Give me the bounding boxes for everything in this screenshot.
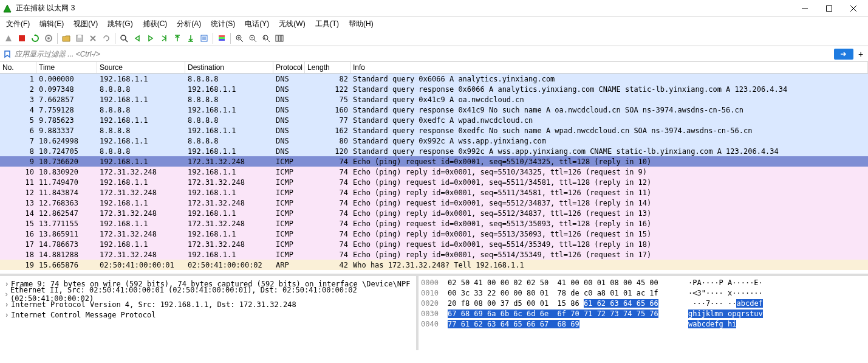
byte-line[interactable]: 004077 61 62 63 64 65 66 67 68 69wabcdef… xyxy=(421,320,866,330)
open-file-icon[interactable] xyxy=(60,32,72,44)
packet-row[interactable]: 1613.865911172.31.32.248192.168.1.1ICMP7… xyxy=(0,229,868,239)
svg-line-24 xyxy=(241,40,243,42)
column-destination[interactable]: Destination xyxy=(185,62,273,73)
find-icon[interactable] xyxy=(118,32,130,44)
go-first-icon[interactable] xyxy=(171,32,183,44)
packet-row[interactable]: 1915.66587602:50:41:00:00:0102:50:41:00:… xyxy=(0,260,868,270)
svg-rect-22 xyxy=(219,39,225,41)
column-protocol[interactable]: Protocol xyxy=(273,62,305,73)
svg-rect-33 xyxy=(276,35,278,41)
filter-add-button[interactable]: + xyxy=(856,49,866,60)
filter-apply-button[interactable] xyxy=(834,49,853,60)
packet-row[interactable]: 1312.768363192.168.1.1172.31.32.248ICMP7… xyxy=(0,198,868,208)
minimize-button[interactable] xyxy=(793,0,817,17)
zoom-reset-icon[interactable]: 1 xyxy=(260,32,272,44)
byte-line[interactable]: 001000 3c 33 22 00 00 80 01 78 de c0 a8 … xyxy=(421,289,866,299)
menu-item-9[interactable]: 工具(T) xyxy=(310,18,344,30)
menu-item-5[interactable]: 分析(A) xyxy=(172,18,206,30)
packet-row[interactable]: 1513.771155192.168.1.1172.31.32.248ICMP7… xyxy=(0,218,868,229)
packet-row[interactable]: 1211.843874172.31.32.248192.168.1.1ICMP7… xyxy=(0,187,868,198)
byte-line[interactable]: 002020 f8 08 00 37 d5 00 01 15 86 61 62 … xyxy=(421,299,866,309)
menu-item-2[interactable]: 视图(V) xyxy=(69,18,103,30)
titlebar: 正在捕获 以太网 3 xyxy=(0,0,868,17)
packet-row[interactable]: 1814.881288172.31.32.248192.168.1.1ICMP7… xyxy=(0,249,868,260)
colorize-icon[interactable] xyxy=(216,32,228,44)
menu-item-10[interactable]: 帮助(H) xyxy=(344,18,378,30)
toolbar: 1 xyxy=(0,30,868,46)
capture-options-icon[interactable] xyxy=(43,32,55,44)
zoom-in-icon[interactable] xyxy=(233,32,245,44)
close-file-icon[interactable] xyxy=(87,32,99,44)
restart-capture-icon[interactable] xyxy=(29,32,41,44)
start-capture-icon[interactable] xyxy=(2,32,15,44)
stop-capture-icon[interactable] xyxy=(16,32,28,44)
packet-row[interactable]: 710.624998192.168.1.18.8.8.8DNS80Standar… xyxy=(0,136,868,146)
maximize-button[interactable] xyxy=(817,0,841,17)
svg-text:1: 1 xyxy=(264,36,266,40)
menu-item-7[interactable]: 电话(Y) xyxy=(240,18,274,30)
column-info[interactable]: Info xyxy=(350,62,868,73)
byte-line[interactable]: 000002 50 41 00 00 02 02 50 41 00 00 01 … xyxy=(421,278,866,289)
svg-line-12 xyxy=(125,40,128,42)
chevron-right-icon: › xyxy=(2,311,11,319)
bookmark-icon[interactable] xyxy=(2,49,12,59)
menu-item-6[interactable]: 统计(S) xyxy=(206,18,240,30)
column-time[interactable]: Time xyxy=(36,62,97,73)
menubar: 文件(F)编辑(E)视图(V)跳转(G)捕获(C)分析(A)统计(S)电话(Y)… xyxy=(0,17,868,30)
resize-columns-icon[interactable] xyxy=(273,32,285,44)
packet-row[interactable]: 810.7247058.8.8.8192.168.1.1DNS120Standa… xyxy=(0,146,868,156)
app-icon xyxy=(2,4,12,13)
packet-row[interactable]: 20.0973488.8.8.8192.168.1.1DNS122Standar… xyxy=(0,84,868,94)
packet-bytes-pane[interactable]: 000002 50 41 00 00 02 02 50 41 00 00 01 … xyxy=(419,276,868,350)
close-button[interactable] xyxy=(841,0,866,17)
svg-rect-1 xyxy=(827,5,832,11)
menu-item-1[interactable]: 编辑(E) xyxy=(35,18,69,30)
packet-row[interactable]: 1714.786673192.168.1.1172.31.32.248ICMP7… xyxy=(0,239,868,249)
packet-row[interactable]: 1412.862547172.31.32.248192.168.1.1ICMP7… xyxy=(0,208,868,218)
auto-scroll-icon[interactable] xyxy=(198,32,210,44)
packet-row[interactable]: 910.736620192.168.1.1172.31.32.248ICMP74… xyxy=(0,156,868,167)
svg-rect-21 xyxy=(219,37,225,39)
go-forward-icon[interactable] xyxy=(145,32,157,44)
byte-line[interactable]: 003067 68 69 6a 6b 6c 6d 6e 6f 70 71 72 … xyxy=(421,309,866,320)
packet-row[interactable]: 10.000000192.168.1.18.8.8.8DNS82Standard… xyxy=(0,74,868,84)
packet-row[interactable]: 1111.749470192.168.1.1172.31.32.248ICMP7… xyxy=(0,177,868,187)
packet-list[interactable]: No. Time Source Destination Protocol Len… xyxy=(0,62,868,274)
menu-item-4[interactable]: 捕获(C) xyxy=(138,18,173,30)
menu-item-3[interactable]: 跳转(G) xyxy=(103,18,137,30)
chevron-right-icon: › xyxy=(2,300,11,309)
chevron-right-icon: › xyxy=(2,290,10,299)
packet-row[interactable]: 1010.830920172.31.32.248192.168.1.1ICMP7… xyxy=(0,167,868,177)
packet-row[interactable]: 69.8833378.8.8.8192.168.1.1DNS162Standar… xyxy=(0,125,868,136)
svg-rect-35 xyxy=(281,35,283,41)
chevron-right-icon: › xyxy=(2,280,11,288)
menu-item-0[interactable]: 文件(F) xyxy=(1,18,35,30)
column-length[interactable]: Length xyxy=(305,62,350,73)
svg-rect-34 xyxy=(279,35,281,41)
packet-row[interactable]: 59.785623192.168.1.18.8.8.8DNS77Standard… xyxy=(0,115,868,125)
window-title: 正在捕获 以太网 3 xyxy=(16,3,793,13)
svg-point-6 xyxy=(47,37,50,40)
save-file-icon[interactable] xyxy=(73,32,86,44)
display-filter-input[interactable] xyxy=(15,48,834,60)
svg-line-31 xyxy=(267,40,270,42)
zoom-out-icon[interactable] xyxy=(247,32,259,44)
detail-tree-item[interactable]: ›Internet Control Message Protocol xyxy=(2,309,414,320)
svg-point-11 xyxy=(121,35,126,40)
menu-item-8[interactable]: 无线(W) xyxy=(274,18,310,30)
packet-list-header: No. Time Source Destination Protocol Len… xyxy=(0,62,868,74)
packet-row[interactable]: 47.7591288.8.8.8192.168.1.1DNS160Standar… xyxy=(0,105,868,115)
packet-details-pane[interactable]: ›Frame 9: 74 bytes on wire (592 bits), 7… xyxy=(0,276,419,350)
column-no[interactable]: No. xyxy=(0,62,36,73)
reload-icon[interactable] xyxy=(100,32,112,44)
detail-tree-item[interactable]: ›Ethernet II, Src: 02:50:41:00:00:01 (02… xyxy=(2,289,414,299)
packet-row[interactable]: 37.662857192.168.1.18.8.8.8DNS75Standard… xyxy=(0,94,868,105)
svg-rect-4 xyxy=(19,35,25,41)
go-back-icon[interactable] xyxy=(131,32,143,44)
column-source[interactable]: Source xyxy=(97,62,185,73)
go-to-icon[interactable] xyxy=(158,32,170,44)
svg-rect-8 xyxy=(78,35,81,38)
go-last-icon[interactable] xyxy=(185,32,197,44)
filter-bar: + xyxy=(0,46,868,62)
svg-line-28 xyxy=(254,40,256,42)
